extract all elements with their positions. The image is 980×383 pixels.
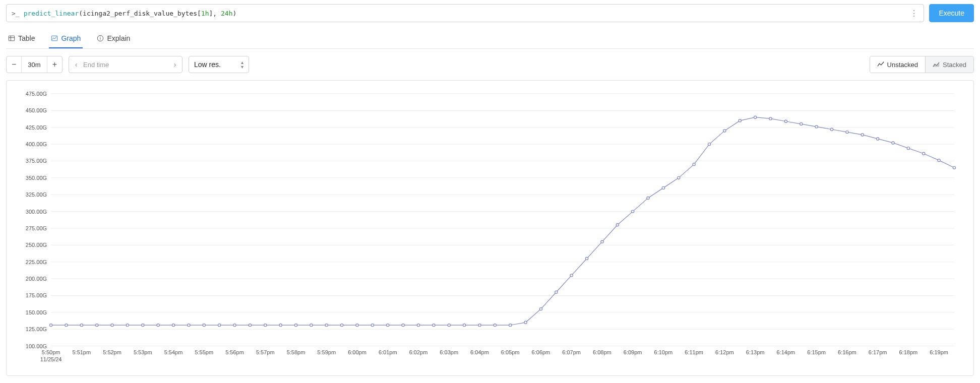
- svg-point-86: [294, 324, 297, 327]
- svg-text:6:11pm: 6:11pm: [685, 349, 703, 355]
- stack-toggle: Unstacked Stacked: [870, 56, 974, 73]
- svg-text:275.00G: 275.00G: [26, 225, 47, 231]
- svg-text:5:56pm: 5:56pm: [225, 349, 244, 355]
- svg-text:6:07pm: 6:07pm: [562, 349, 581, 355]
- svg-point-78: [172, 324, 174, 327]
- svg-point-84: [264, 324, 267, 327]
- query-input[interactable]: >_ predict_linear(icinga2_perf_disk_valu…: [6, 4, 924, 22]
- svg-point-121: [830, 128, 833, 131]
- svg-text:6:08pm: 6:08pm: [593, 349, 611, 355]
- svg-point-100: [509, 324, 512, 327]
- svg-point-110: [662, 186, 664, 189]
- svg-point-127: [923, 152, 925, 155]
- svg-point-88: [325, 324, 328, 327]
- end-time-input[interactable]: [83, 61, 168, 69]
- query-menu-icon[interactable]: ⋮: [909, 9, 918, 18]
- tab-label: Table: [18, 34, 35, 42]
- chart-svg[interactable]: 100.00G125.00G150.00G175.00G200.00G225.0…: [16, 89, 964, 371]
- unstacked-button[interactable]: Unstacked: [870, 56, 925, 73]
- svg-text:5:58pm: 5:58pm: [287, 349, 305, 355]
- svg-text:5:51pm: 5:51pm: [72, 349, 91, 355]
- resolution-select[interactable]: Low res. ▴▾: [189, 56, 249, 73]
- svg-point-97: [463, 324, 465, 327]
- svg-point-124: [877, 138, 879, 140]
- range-increase-button[interactable]: +: [47, 56, 62, 73]
- svg-point-104: [570, 274, 573, 277]
- svg-text:300.00G: 300.00G: [26, 209, 47, 215]
- svg-text:5:50pm: 5:50pm: [42, 349, 60, 355]
- svg-text:5:55pm: 5:55pm: [195, 349, 213, 355]
- svg-text:250.00G: 250.00G: [26, 242, 47, 248]
- svg-point-98: [478, 324, 481, 327]
- svg-text:6:05pm: 6:05pm: [501, 349, 520, 355]
- tab-table[interactable]: Table: [6, 29, 37, 48]
- svg-point-75: [126, 324, 129, 327]
- svg-point-76: [142, 324, 144, 327]
- svg-point-113: [708, 143, 710, 146]
- svg-point-108: [632, 210, 634, 213]
- svg-text:425.00G: 425.00G: [26, 124, 47, 131]
- svg-point-105: [585, 257, 588, 260]
- svg-text:150.00G: 150.00G: [26, 309, 47, 315]
- svg-text:175.00G: 175.00G: [26, 292, 47, 298]
- svg-point-96: [448, 324, 450, 327]
- svg-point-85: [279, 324, 282, 327]
- svg-text:100.00G: 100.00G: [26, 343, 47, 349]
- svg-text:6:14pm: 6:14pm: [777, 349, 795, 355]
- svg-point-91: [371, 324, 374, 327]
- stack-label: Unstacked: [887, 61, 918, 69]
- svg-point-122: [846, 131, 848, 133]
- svg-point-71: [65, 324, 68, 327]
- svg-text:6:10pm: 6:10pm: [654, 349, 673, 355]
- svg-point-120: [815, 125, 818, 128]
- prompt-icon: >_: [12, 10, 20, 17]
- svg-text:6:19pm: 6:19pm: [930, 349, 948, 355]
- svg-point-73: [96, 324, 98, 327]
- query-text: predict_linear(icinga2_perf_disk_value_b…: [24, 10, 237, 17]
- svg-text:6:00pm: 6:00pm: [348, 349, 366, 355]
- tab-label: Graph: [61, 34, 81, 42]
- end-time-next-button[interactable]: ›: [168, 56, 182, 73]
- svg-point-90: [356, 324, 358, 327]
- svg-point-101: [524, 321, 527, 324]
- execute-button[interactable]: Execute: [929, 4, 974, 22]
- unstacked-icon: [877, 61, 884, 68]
- stacked-button[interactable]: Stacked: [925, 56, 973, 73]
- svg-point-93: [402, 324, 404, 327]
- svg-text:6:13pm: 6:13pm: [746, 349, 765, 355]
- svg-point-83: [249, 324, 251, 327]
- tab-label: Explain: [107, 34, 130, 42]
- svg-point-92: [387, 324, 389, 327]
- svg-point-129: [953, 166, 955, 169]
- stacked-icon: [933, 61, 940, 68]
- tab-graph[interactable]: Graph: [49, 29, 83, 48]
- svg-point-89: [341, 324, 343, 327]
- svg-point-103: [555, 291, 558, 293]
- svg-point-112: [693, 163, 695, 166]
- range-picker: − 30m +: [6, 56, 63, 73]
- tab-explain[interactable]: Explain: [95, 29, 132, 48]
- info-icon: [97, 35, 104, 42]
- range-decrease-button[interactable]: −: [7, 56, 21, 73]
- svg-text:475.00G: 475.00G: [26, 91, 47, 97]
- svg-point-106: [601, 240, 603, 243]
- graph-icon: [51, 35, 58, 42]
- svg-text:375.00G: 375.00G: [26, 158, 47, 164]
- svg-text:325.00G: 325.00G: [26, 191, 47, 198]
- svg-text:350.00G: 350.00G: [26, 175, 47, 181]
- svg-point-128: [938, 159, 940, 162]
- svg-point-80: [203, 324, 205, 327]
- range-value[interactable]: 30m: [21, 56, 47, 73]
- svg-point-79: [188, 324, 190, 327]
- svg-point-74: [111, 324, 113, 327]
- end-time-prev-button[interactable]: ‹: [69, 56, 83, 73]
- svg-text:5:57pm: 5:57pm: [256, 349, 275, 355]
- svg-point-77: [157, 324, 159, 327]
- svg-text:5:59pm: 5:59pm: [317, 349, 336, 355]
- svg-text:6:01pm: 6:01pm: [379, 349, 397, 355]
- svg-text:11/25/24: 11/25/24: [40, 356, 62, 362]
- svg-text:125.00G: 125.00G: [26, 326, 47, 332]
- svg-point-87: [310, 324, 313, 327]
- chart-panel: 100.00G125.00G150.00G175.00G200.00G225.0…: [6, 80, 974, 376]
- svg-point-70: [49, 324, 52, 327]
